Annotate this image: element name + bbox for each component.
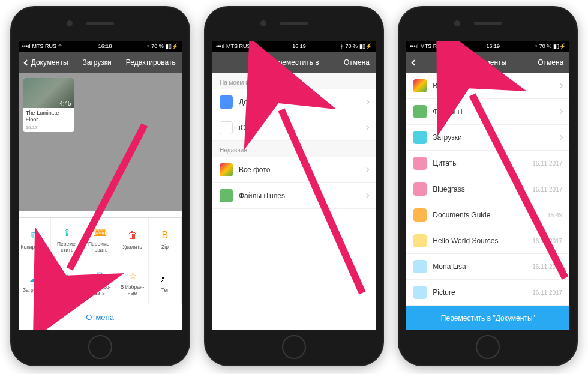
list-label: Файлы iT: [433, 107, 553, 116]
list-item-all-photos[interactable]: Все фото: [406, 73, 569, 99]
thumbnail-name: The-Lumin...e-Floor: [23, 108, 74, 125]
nav-title: Загрузки: [82, 58, 111, 67]
home-button[interactable]: [88, 335, 112, 359]
action-label: Поделиться: [53, 288, 81, 293]
screen-2: •••ıl MTS RUS ᯤ 16:19 ᚼ 70 % ▮▯⚡ Перемес…: [212, 41, 376, 330]
action-duplicate[interactable]: ⧉Дублиро-вать: [83, 261, 116, 304]
action-label: Загрузить: [23, 288, 46, 293]
action-label: Копировать: [20, 244, 48, 250]
nav-back[interactable]: [412, 61, 454, 65]
nav-cancel[interactable]: Отмена: [521, 58, 563, 67]
home-button[interactable]: [476, 335, 500, 359]
battery-pct: 70 %: [151, 43, 164, 49]
action-zip[interactable]: BZip: [149, 218, 181, 261]
bluetooth-icon: ᚼ: [535, 43, 538, 49]
folder-icon: [220, 163, 233, 176]
tag-icon: 🏷: [158, 272, 172, 285]
list-date: 15:49: [547, 212, 562, 219]
battery-icon: ▮▯⚡: [166, 43, 178, 49]
folder-icon: [220, 95, 233, 109]
thumbnail-time: 16:17: [23, 125, 74, 132]
action-share[interactable]: ⬆Поделиться: [51, 261, 83, 304]
action-move[interactable]: ⇪Переме-стить: [51, 218, 83, 261]
list-item-bluegrass[interactable]: Bluegrass16.11.2017: [406, 176, 569, 202]
list-item-itunes-files[interactable]: Файлы iT: [406, 99, 569, 125]
action-label: Дублиро-вать: [85, 285, 114, 296]
chevron-right-icon: [558, 83, 563, 88]
action-favorite[interactable]: ☆В Избран-ные: [116, 261, 149, 304]
battery-icon: ▮▯⚡: [359, 43, 372, 49]
list-item-documents[interactable]: Документы: [212, 89, 376, 115]
status-bar: •••ıl MTS RUS ᯤ 16:19 ᚼ 70 % ▮▯⚡: [406, 41, 569, 52]
favorite-icon: ☆: [126, 269, 139, 282]
nav-cancel[interactable]: Отмена: [328, 58, 370, 67]
list-label: iCloud: [239, 124, 359, 132]
battery-pct: 70 %: [539, 43, 552, 49]
nav-back-label: Документы: [31, 58, 68, 67]
chevron-right-icon: [364, 125, 369, 130]
move-confirm-button[interactable]: Переместить в "Документы": [406, 306, 569, 330]
nav-cancel-label: Отмена: [538, 58, 563, 67]
carrier: MTS RUS: [420, 43, 445, 49]
chevron-right-icon: [364, 167, 369, 172]
action-label: Zip: [161, 244, 169, 250]
rename-icon: ⌨: [93, 226, 106, 239]
move-icon: ⇪: [61, 226, 74, 239]
list-label: Picture: [433, 288, 526, 297]
folder-icon: [413, 182, 427, 196]
list-item-downloads[interactable]: Загрузки: [406, 125, 569, 151]
duplicate-icon: ⧉: [93, 269, 106, 282]
bluetooth-icon: ᚼ: [146, 43, 149, 49]
chevron-right-icon: [364, 193, 369, 198]
list-item-itunes-files[interactable]: Файлы iTunes: [212, 183, 376, 209]
delete-icon: 🗑: [126, 229, 139, 242]
list-item-hello-world[interactable]: Hello World Sources16.11.2017: [406, 228, 569, 254]
clock: 16:18: [98, 43, 112, 49]
list-label: Файлы iTunes: [239, 192, 359, 200]
list-date: 16.11.2017: [532, 238, 562, 244]
list-item-all-photos[interactable]: Все фото: [212, 157, 376, 183]
action-label: Переме-стить: [52, 241, 82, 253]
list-item-picture[interactable]: Picture16.11.2017: [406, 280, 569, 306]
content-dimmed: 4:45 The-Lumin...e-Floor 16:17: [19, 73, 182, 211]
nav-bar: Документы Отмена: [406, 52, 569, 73]
list-item-quotes[interactable]: Цитаты16.11.2017: [406, 151, 569, 176]
video-thumbnail[interactable]: 4:45 The-Lumin...e-Floor 16:17: [23, 78, 74, 132]
action-delete[interactable]: 🗑Удалить: [116, 218, 149, 261]
home-button[interactable]: [282, 335, 306, 359]
signal-icon: •••ıl: [216, 43, 224, 49]
nav-edit[interactable]: Редактировать: [126, 58, 176, 67]
list-label: Documents Guide: [433, 211, 541, 219]
action-upload[interactable]: ☁Загрузить: [19, 261, 51, 304]
list-label: Документы: [239, 98, 359, 106]
list-label: Mona Lisa: [433, 262, 526, 271]
list-item-icloud[interactable]: iCloud: [212, 115, 376, 141]
battery-icon: ▮▯⚡: [553, 43, 566, 49]
action-sheet: ⧉Копировать⇪Переме-стить⌨Переиме-новать🗑…: [19, 217, 182, 330]
nav-title: Переместить в: [269, 58, 319, 67]
status-bar: •••ıl MTS RUS ᯤ 16:18 ᚼ 70 % ▮▯⚡: [19, 41, 182, 52]
action-tag[interactable]: 🏷Тег: [149, 261, 181, 304]
list-item-documents-guide[interactable]: Documents Guide15:49: [406, 202, 569, 228]
list-item-mona-lisa[interactable]: Mona Lisa16.11.2017: [406, 254, 569, 280]
carrier: MTS RUS: [32, 43, 57, 49]
action-label: Тег: [161, 288, 169, 293]
action-copy[interactable]: ⧉Копировать: [19, 218, 51, 261]
list-label: Цитаты: [433, 159, 526, 167]
upload-icon: ☁: [28, 272, 41, 285]
status-bar: •••ıl MTS RUS ᯤ 16:19 ᚼ 70 % ▮▯⚡: [212, 41, 376, 52]
folder-icon: [413, 131, 427, 144]
phone-2: •••ıl MTS RUS ᯤ 16:19 ᚼ 70 % ▮▯⚡ Перемес…: [204, 6, 384, 366]
battery-pct: 70 %: [345, 43, 358, 49]
list-label: Все фото: [433, 82, 553, 90]
action-label: В Избран-ные: [118, 285, 147, 296]
carrier: MTS RUS: [226, 43, 251, 49]
action-rename[interactable]: ⌨Переиме-новать: [83, 218, 116, 261]
cancel-button[interactable]: Отмена: [19, 304, 182, 330]
folder-icon: [220, 121, 233, 134]
folder-icon: [413, 79, 427, 92]
signal-icon: •••ıl: [410, 43, 418, 49]
chevron-right-icon: [364, 100, 369, 104]
chevron-right-icon: [558, 135, 563, 140]
nav-back[interactable]: Документы: [25, 58, 68, 67]
